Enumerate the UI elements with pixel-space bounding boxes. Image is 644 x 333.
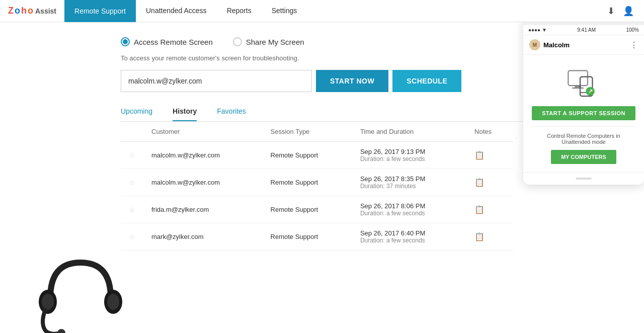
star-icon[interactable]: ☆ xyxy=(129,233,135,241)
session-type-cell: Remote Support xyxy=(263,169,352,196)
headphone-decoration xyxy=(30,247,131,333)
customer-cell: malcolm.w@zylker.com xyxy=(143,142,263,169)
nav-tab-settings[interactable]: Settings xyxy=(262,0,307,22)
star-cell: ☆ xyxy=(121,142,143,169)
radio-circle-access xyxy=(121,37,130,46)
col-customer-label: Customer xyxy=(143,122,263,142)
nav-icons: ⬇ 👤 xyxy=(607,6,644,17)
table-header-row: Customer Session Type Time and Duration … xyxy=(121,122,513,142)
email-input[interactable] xyxy=(121,70,312,92)
time-cell: Sep 26, 2017 6:40 PM Duration: a few sec… xyxy=(352,223,466,251)
mobile-header: M Malcolm ⋮ xyxy=(523,35,644,55)
session-type-cell: Remote Support xyxy=(263,142,352,169)
nav-tab-unattended-access[interactable]: Unattended Access xyxy=(136,0,217,22)
col-session-type: Session Type xyxy=(263,122,352,142)
mobile-bottom-nav xyxy=(523,172,644,185)
star-icon[interactable]: ☆ xyxy=(129,206,135,214)
notes-cell: 📋 xyxy=(466,169,513,196)
mobile-battery: 100% xyxy=(626,27,639,33)
duration-value: Duration: a few seconds xyxy=(360,155,458,162)
tab-favorites[interactable]: Favorites xyxy=(217,107,246,121)
svg-rect-7 xyxy=(572,88,584,89)
table-row: ☆ malcolm.w@zylker.com Remote Support Se… xyxy=(121,169,513,196)
mobile-start-session-button[interactable]: START A SUPPORT SESSION xyxy=(532,106,635,120)
mobile-control-text: Control Remote Computers inUnattended mo… xyxy=(547,133,620,145)
col-customer xyxy=(121,122,143,142)
table-row: ☆ malcolm.w@zylker.com Remote Support Se… xyxy=(121,142,513,169)
svg-point-4 xyxy=(57,329,65,333)
mobile-time: 9:41 AM xyxy=(577,27,596,33)
mobile-divider xyxy=(531,126,636,127)
star-cell: ☆ xyxy=(121,196,143,223)
time-value: Sep 26, 2017 8:06 PM xyxy=(360,202,458,210)
star-icon[interactable]: ☆ xyxy=(129,179,135,187)
notes-icon[interactable]: 📋 xyxy=(474,178,485,187)
table-row: ☆ mark@zylker.com Remote Support Sep 26,… xyxy=(121,223,513,251)
notes-icon[interactable]: 📋 xyxy=(474,151,485,159)
notes-cell: 📋 xyxy=(466,196,513,223)
duration-value: Duration: 37 minutes xyxy=(360,183,458,190)
duration-value: Duration: a few seconds xyxy=(360,237,458,244)
session-type-cell: Remote Support xyxy=(263,223,352,251)
notes-icon[interactable]: 📋 xyxy=(474,205,485,214)
nav-tabs: Remote Support Unattended Access Reports… xyxy=(64,0,307,22)
mobile-user: M Malcolm xyxy=(529,39,570,50)
svg-point-3 xyxy=(107,294,119,310)
navbar: Zoho Assist Remote Support Unattended Ac… xyxy=(0,0,644,22)
nav-tab-remote-support[interactable]: Remote Support xyxy=(64,0,136,22)
customer-cell: malcolm.w@zylker.com xyxy=(143,169,263,196)
start-now-button[interactable]: START NOW xyxy=(316,70,388,92)
svg-point-1 xyxy=(42,294,54,310)
mobile-home-indicator xyxy=(576,178,592,180)
mobile-session-area: ↗ START A SUPPORT SESSION Control Remote… xyxy=(523,55,644,172)
user-icon[interactable]: 👤 xyxy=(623,6,634,17)
customer-cell: mark@zylker.com xyxy=(143,223,263,251)
radio-circle-share xyxy=(233,37,242,46)
download-icon[interactable]: ⬇ xyxy=(607,6,615,17)
notes-cell: 📋 xyxy=(466,142,513,169)
star-cell: ☆ xyxy=(121,169,143,196)
notes-cell: 📋 xyxy=(466,223,513,251)
schedule-button[interactable]: SCHEDULE xyxy=(392,70,461,92)
star-cell: ☆ xyxy=(121,223,143,251)
duration-value: Duration: a few seconds xyxy=(360,210,458,217)
mobile-carrier: ●●●● ▼ xyxy=(528,27,547,33)
mobile-my-computers-button[interactable]: MY COMPUTERS xyxy=(551,150,616,164)
star-icon[interactable]: ☆ xyxy=(129,151,135,159)
nav-tab-reports[interactable]: Reports xyxy=(217,0,262,22)
svg-text:↗: ↗ xyxy=(588,88,593,94)
notes-icon[interactable]: 📋 xyxy=(474,232,485,241)
radio-share-screen[interactable]: Share My Screen xyxy=(233,37,304,46)
time-cell: Sep 26, 2017 8:35 PM Duration: 37 minute… xyxy=(352,169,466,196)
svg-rect-5 xyxy=(568,70,588,86)
app-logo: Zoho Assist xyxy=(8,6,56,16)
col-notes: Notes xyxy=(466,122,513,142)
mobile-more-icon[interactable]: ⋮ xyxy=(630,40,638,50)
mobile-avatar: M xyxy=(529,39,540,50)
time-cell: Sep 26, 2017 8:06 PM Duration: a few sec… xyxy=(352,196,466,223)
time-value: Sep 26, 2017 8:35 PM xyxy=(360,175,458,183)
col-time-duration: Time and Duration xyxy=(352,122,466,142)
time-cell: Sep 26, 2017 9:13 PM Duration: a few sec… xyxy=(352,142,466,169)
table-row: ☆ frida.m@zylker.com Remote Support Sep … xyxy=(121,196,513,223)
tab-history[interactable]: History xyxy=(173,107,197,121)
time-value: Sep 26, 2017 9:13 PM xyxy=(360,148,458,155)
sessions-table: Customer Session Type Time and Duration … xyxy=(121,122,513,251)
radio-access-remote[interactable]: Access Remote Screen xyxy=(121,37,213,46)
tab-upcoming[interactable]: Upcoming xyxy=(121,107,152,121)
mobile-status-bar: ●●●● ▼ 9:41 AM 100% xyxy=(523,25,644,35)
mobile-session-icon: ↗ xyxy=(566,65,601,100)
mobile-username: Malcolm xyxy=(543,41,570,49)
customer-cell: frida.m@zylker.com xyxy=(143,196,263,223)
session-type-cell: Remote Support xyxy=(263,196,352,223)
time-value: Sep 26, 2017 6:40 PM xyxy=(360,229,458,237)
mobile-card: ●●●● ▼ 9:41 AM 100% M Malcolm ⋮ ↗ xyxy=(523,15,644,185)
